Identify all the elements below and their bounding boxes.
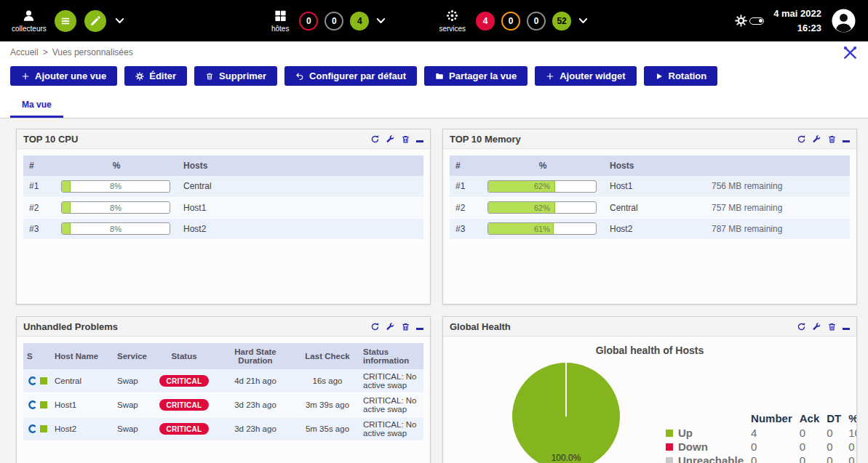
host-cell[interactable]: Host1	[604, 176, 706, 197]
refresh-icon[interactable]	[797, 134, 806, 144]
host-cell[interactable]: Central	[604, 197, 706, 218]
legend-number: 4	[747, 426, 796, 440]
pollers-chevron-down-icon[interactable]	[114, 15, 125, 26]
view-toolbar: Ajouter une vue Éditer Supprimer Configu…	[0, 63, 868, 94]
host-cell[interactable]: Central	[178, 176, 423, 197]
hosts-menu[interactable]: hôtes	[271, 9, 289, 33]
breadcrumb-current: Vues personnalisées	[52, 47, 133, 57]
trash-icon[interactable]	[401, 322, 410, 331]
legend-swatch-unreachable-icon	[666, 457, 673, 463]
refresh-icon[interactable]	[370, 322, 380, 331]
col-s: S	[23, 343, 51, 369]
services-label: services	[439, 25, 466, 33]
host-cell[interactable]: Host1	[51, 393, 114, 417]
edit-view-button[interactable]: Éditer	[124, 66, 187, 86]
widget-header: Global Health	[443, 317, 856, 337]
trash-icon[interactable]	[401, 134, 410, 144]
wrench-icon[interactable]	[386, 134, 395, 144]
legend-swatch-up-icon	[666, 430, 673, 437]
progress-label: 8%	[62, 181, 170, 192]
chart-title: Global health of Hosts	[443, 345, 856, 356]
breadcrumb: Accueil > Vues personnalisées	[0, 41, 868, 63]
pollers-menu[interactable]: collecteurs	[12, 9, 47, 33]
rank-cell: #1	[450, 176, 482, 197]
host-cell[interactable]: Host1	[178, 197, 423, 218]
set-default-button[interactable]: Configurer par défaut	[284, 66, 417, 86]
hosts-up-badge[interactable]: 4	[350, 12, 369, 31]
user-avatar[interactable]	[831, 8, 856, 33]
minimize-icon[interactable]	[416, 328, 423, 330]
current-date: 4 mai 2022	[773, 7, 821, 21]
legend-row: Up 4 0 0 100	[662, 426, 857, 440]
gear-icon	[735, 15, 747, 27]
plus-icon	[546, 72, 554, 81]
delete-view-button[interactable]: Supprimer	[194, 66, 277, 86]
memory-progress-bar: 61%	[487, 222, 597, 235]
host-cell[interactable]: Host2	[178, 218, 423, 239]
status-badge: CRITICAL	[159, 399, 208, 411]
folder-icon	[435, 72, 444, 81]
table-row: #1 8% Central	[23, 176, 423, 197]
services-warning-badge[interactable]: 0	[501, 12, 520, 31]
centreon-logo-icon[interactable]	[27, 424, 37, 434]
tools-icon[interactable]	[843, 45, 858, 60]
add-widget-button[interactable]: Ajouter widget	[535, 66, 636, 86]
settings-toggle[interactable]	[735, 15, 764, 27]
service-cell[interactable]: Swap	[114, 393, 153, 417]
memory-progress-bar: 62%	[487, 180, 597, 193]
service-cell[interactable]: Swap	[114, 417, 153, 441]
legend-row: Down 0 0 0 0	[662, 440, 857, 454]
duration-cell: 3d 23h ago	[215, 417, 295, 441]
centreon-logo-icon[interactable]	[27, 376, 37, 386]
trash-icon[interactable]	[827, 134, 837, 144]
service-cell[interactable]: Swap	[114, 369, 153, 393]
poller-list-button[interactable]	[55, 10, 76, 32]
trash-icon[interactable]	[827, 322, 837, 331]
hosts-unreachable-badge[interactable]: 0	[324, 12, 343, 31]
last-check-cell: 3m 39s ago	[295, 393, 359, 417]
services-unknown-badge[interactable]: 0	[527, 12, 546, 31]
minimize-icon[interactable]	[843, 328, 850, 330]
hosts-label: hôtes	[271, 25, 289, 33]
tab-my-view[interactable]: Ma vue	[10, 94, 63, 118]
refresh-icon[interactable]	[370, 134, 380, 144]
legend-ack: 0	[796, 454, 824, 463]
host-up-square-icon	[40, 425, 47, 432]
col-hosts: Hosts	[178, 156, 423, 176]
host-cell[interactable]: Host2	[604, 218, 706, 239]
plus-icon	[21, 72, 30, 81]
services-menu[interactable]: services	[439, 9, 466, 33]
hosts-icon	[274, 9, 287, 23]
services-ok-badge[interactable]: 52	[552, 12, 571, 31]
hosts-chevron-down-icon[interactable]	[375, 15, 386, 26]
poller-edit-button[interactable]	[84, 10, 106, 32]
services-critical-badge[interactable]: 4	[476, 12, 495, 31]
col-rank: #	[23, 156, 55, 176]
table-row: Host2 Swap CRITICAL 3d 23h ago 5m 35s ag…	[23, 417, 423, 441]
toggle-pill-icon	[749, 17, 764, 25]
col-detail	[706, 156, 850, 176]
host-cell[interactable]: Host2	[51, 417, 114, 441]
table-row: #3 61% Host2 787 MB remaining	[450, 218, 850, 239]
services-chevron-down-icon[interactable]	[578, 15, 589, 26]
hosts-down-badge[interactable]: 0	[299, 12, 318, 31]
rotation-button[interactable]: Rotation	[644, 66, 718, 86]
share-view-button[interactable]: Partager la vue	[424, 66, 527, 86]
wrench-icon[interactable]	[812, 134, 821, 144]
legend-dt: 0	[823, 454, 845, 463]
refresh-icon[interactable]	[797, 322, 806, 331]
problems-table: S Host Name Service Status Hard State Du…	[23, 343, 423, 441]
legend-number: 0	[747, 440, 796, 454]
add-view-button[interactable]: Ajouter une vue	[10, 66, 117, 86]
centreon-logo-icon[interactable]	[27, 400, 37, 410]
minimize-icon[interactable]	[416, 140, 423, 142]
pollers-label: collecteurs	[12, 25, 47, 33]
legend-col-ack: Ack	[796, 412, 824, 426]
minimize-icon[interactable]	[843, 140, 850, 142]
widget-header: TOP 10 CPU	[17, 129, 430, 149]
duration-cell: 3d 23h ago	[215, 393, 295, 417]
wrench-icon[interactable]	[386, 322, 395, 331]
wrench-icon[interactable]	[812, 322, 821, 331]
breadcrumb-home-link[interactable]: Accueil	[10, 47, 39, 57]
host-cell[interactable]: Central	[51, 369, 114, 393]
